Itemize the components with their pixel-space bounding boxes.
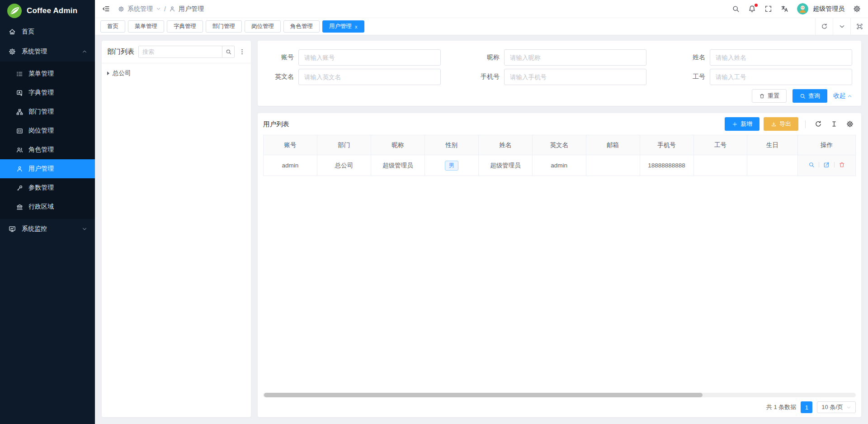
dictionary-icon <box>16 90 23 96</box>
header-actions: 超级管理员 <box>732 3 861 14</box>
gender-tag: 男 <box>445 161 459 171</box>
row-height-icon[interactable] <box>830 120 838 128</box>
column-settings-gear-icon[interactable] <box>846 120 854 128</box>
refresh-icon[interactable] <box>815 120 822 128</box>
menu-list-icon <box>16 71 23 77</box>
table-toolbar: 新增 导出 <box>725 117 856 131</box>
page-button-1[interactable]: 1 <box>801 401 812 413</box>
field-label: 姓名 <box>678 53 710 62</box>
field-account: 账号 <box>267 49 441 66</box>
dept-tree-panel: 部门列表 总公司 <box>102 41 251 417</box>
sidebar-item-role-mgmt[interactable]: 角色管理 <box>0 140 95 159</box>
chevron-up-icon <box>82 49 87 54</box>
field-job-no: 工号 <box>678 69 852 85</box>
translate-icon[interactable] <box>781 5 788 13</box>
user-icon <box>169 6 175 12</box>
phone-input[interactable] <box>504 69 646 85</box>
field-name: 姓名 <box>678 49 852 66</box>
chevron-down-icon <box>156 6 161 11</box>
query-button[interactable]: 查询 <box>793 89 827 103</box>
pagination-total: 共 1 条数据 <box>766 403 796 411</box>
delete-row-icon[interactable] <box>839 162 845 168</box>
tab-menu-mgmt[interactable]: 菜单管理 <box>128 20 164 33</box>
org-chart-icon <box>16 109 23 115</box>
table-header-row: 账号 部门 昵称 性别 姓名 英文名 邮箱 手机号 工号 生日 操作 <box>264 135 856 155</box>
user-table-card: 用户列表 新增 导出 <box>258 113 861 417</box>
cell-birthday <box>747 155 797 176</box>
maximize-view-icon[interactable] <box>850 18 868 35</box>
fullscreen-icon[interactable] <box>764 5 772 13</box>
badge-icon <box>16 128 23 134</box>
sidebar-item-label: 行政区域 <box>28 203 54 211</box>
add-user-button[interactable]: 新增 <box>725 117 760 131</box>
account-input[interactable] <box>298 49 441 66</box>
col-header-email: 邮箱 <box>586 135 640 155</box>
job-no-input[interactable] <box>710 69 852 85</box>
sidebar-item-label: 用户管理 <box>28 165 54 173</box>
tag-view-bar: 首页 菜单管理 字典管理 部门管理 岗位管理 角色管理 用户管理 x <box>95 18 868 35</box>
open-tabs: 首页 菜单管理 字典管理 部门管理 岗位管理 角色管理 用户管理 x <box>100 20 364 33</box>
notification-badge <box>755 4 758 7</box>
user-icon <box>16 166 23 172</box>
sidebar-item-home[interactable]: 首页 <box>0 22 95 42</box>
tab-user-mgmt[interactable]: 用户管理 x <box>322 20 364 33</box>
menu-fold-icon[interactable] <box>102 5 110 13</box>
breadcrumb-level1[interactable]: 系统管理 <box>127 5 153 13</box>
horizontal-scrollbar-thumb[interactable] <box>264 393 703 397</box>
sidebar-item-dict-mgmt[interactable]: 字典管理 <box>0 83 95 102</box>
name-input[interactable] <box>710 49 852 66</box>
sidebar-item-menu-mgmt[interactable]: 菜单管理 <box>0 64 95 83</box>
close-tab-icon[interactable]: x <box>355 24 358 29</box>
tab-post-mgmt[interactable]: 岗位管理 <box>245 20 281 33</box>
user-name[interactable]: 超级管理员 <box>813 5 844 13</box>
reset-button[interactable]: 重置 <box>752 89 787 103</box>
tab-role-mgmt[interactable]: 角色管理 <box>283 20 320 33</box>
user-avatar[interactable] <box>797 3 808 14</box>
cell-job-no <box>693 155 747 176</box>
cell-actions <box>797 155 855 176</box>
dept-tree: 总公司 <box>102 63 251 83</box>
tab-dict-mgmt[interactable]: 字典管理 <box>167 20 203 33</box>
edit-row-icon[interactable] <box>823 162 830 168</box>
search-icon <box>226 49 231 55</box>
sidebar-item-system-mgmt[interactable]: 系统管理 <box>0 42 95 62</box>
sidebar-item-param-mgmt[interactable]: 参数管理 <box>0 178 95 197</box>
tab-dept-mgmt[interactable]: 部门管理 <box>206 20 242 33</box>
dept-panel-title: 部门列表 <box>107 48 134 56</box>
table-row[interactable]: admin 总公司 超级管理员 男 超级管理员 admin 1888888888… <box>264 155 856 176</box>
notification-bell-icon[interactable] <box>748 5 756 13</box>
field-label: 手机号 <box>472 73 504 81</box>
page-size-select[interactable]: 10 条/页 <box>817 401 856 413</box>
tab-home[interactable]: 首页 <box>100 20 125 33</box>
refresh-icon[interactable] <box>815 18 833 35</box>
caret-right-icon[interactable] <box>107 71 109 75</box>
dept-search-input[interactable] <box>139 46 222 57</box>
sidebar-item-admin-region[interactable]: 行政区域 <box>0 197 95 216</box>
sidebar-item-user-mgmt[interactable]: 用户管理 <box>0 159 95 178</box>
export-button[interactable]: 导出 <box>764 117 798 131</box>
nickname-input[interactable] <box>504 49 646 66</box>
settings-gear-icon[interactable] <box>853 5 861 13</box>
sidebar-item-post-mgmt[interactable]: 岗位管理 <box>0 121 95 140</box>
view-row-icon[interactable] <box>808 162 815 168</box>
sidebar-item-label: 系统监控 <box>22 225 47 233</box>
cell-nickname: 超级管理员 <box>371 155 425 176</box>
en-name-input[interactable] <box>298 69 441 85</box>
user-search-form: 账号 昵称 姓名 英文名 <box>258 41 861 106</box>
tree-node-company[interactable]: 总公司 <box>107 67 245 79</box>
col-header-dept: 部门 <box>317 135 371 155</box>
sidebar-item-label: 岗位管理 <box>28 127 54 135</box>
sidebar-item-dept-mgmt[interactable]: 部门管理 <box>0 102 95 121</box>
search-icon[interactable] <box>732 5 740 13</box>
chevron-down-icon[interactable] <box>833 18 850 35</box>
more-options-icon[interactable] <box>239 48 245 55</box>
field-phone: 手机号 <box>472 69 646 85</box>
collapse-link[interactable]: 收起 <box>833 92 852 100</box>
top-header: 系统管理 / 用户管理 超级管理员 <box>95 0 868 18</box>
bank-icon <box>16 204 23 210</box>
sidebar-item-system-monitor[interactable]: 系统监控 <box>0 219 95 239</box>
dept-search-button[interactable] <box>222 46 234 57</box>
horizontal-scrollbar-track[interactable] <box>263 393 856 397</box>
field-label: 账号 <box>267 53 298 62</box>
sidebar-item-label: 菜单管理 <box>28 70 54 78</box>
